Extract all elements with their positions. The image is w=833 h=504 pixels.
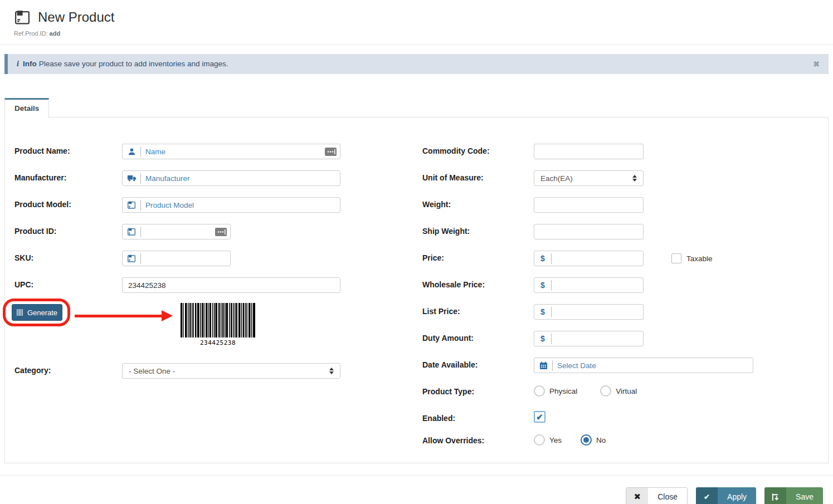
form-left-column: Product Name: Manufacturer: xyxy=(14,144,406,460)
product-name-input[interactable] xyxy=(141,144,325,159)
list-price-label: List Price: xyxy=(422,304,534,316)
field-allow-overrides: Allow Overrides: Yes No xyxy=(422,433,828,449)
manufacturer-input[interactable] xyxy=(141,171,340,185)
price-label: Price: xyxy=(422,251,534,262)
field-unit-of-measure: Unit of Measure: Each(EA) xyxy=(422,170,828,186)
box-icon xyxy=(123,251,140,266)
category-select[interactable]: - Select One - xyxy=(122,363,340,379)
generate-button-label: Generate xyxy=(27,309,57,317)
barcode-number: 234425238 xyxy=(181,339,255,346)
truck-icon xyxy=(123,171,140,185)
manufacturer-label: Manufacturer: xyxy=(14,170,122,182)
red-arrow-head xyxy=(162,310,173,321)
select-arrows-icon xyxy=(632,175,637,182)
date-available-group xyxy=(534,358,753,373)
physical-radio[interactable] xyxy=(534,385,545,397)
product-id-group xyxy=(122,224,231,239)
unit-of-measure-label: Unit of Measure: xyxy=(422,170,534,182)
generate-barcode-row: Generate 234425238 xyxy=(14,304,406,346)
field-product-type: Product Type: Physical Virtual xyxy=(422,384,828,400)
close-button[interactable]: ✖ Close xyxy=(626,487,688,504)
taxable-checkbox[interactable] xyxy=(671,253,681,263)
commodity-code-input[interactable] xyxy=(534,144,644,159)
field-weight: Weight: xyxy=(422,197,828,213)
field-date-available: Date Available: xyxy=(422,358,828,373)
field-category: Category: - Select One - xyxy=(14,363,406,379)
upc-input[interactable] xyxy=(122,277,340,293)
product-box-icon xyxy=(14,9,31,26)
wholesale-price-label: Wholesale Price: xyxy=(422,277,534,289)
header-divider xyxy=(0,45,833,45)
close-button-label: Close xyxy=(648,488,687,504)
field-product-id: Product ID: xyxy=(14,224,406,239)
product-id-label: Product ID: xyxy=(14,224,122,236)
page-header: New Product Ref.Prod.ID: add xyxy=(0,0,833,37)
field-wholesale-price: Wholesale Price: $ xyxy=(422,277,828,293)
enabled-checkbox[interactable]: ✔ xyxy=(534,411,545,423)
date-available-input[interactable] xyxy=(553,358,753,373)
field-commodity-code: Commodity Code: xyxy=(422,144,828,159)
unit-of-measure-selected-value: Each(EA) xyxy=(540,174,573,183)
input-mask-icon[interactable] xyxy=(325,148,337,156)
duty-amount-input[interactable] xyxy=(552,331,643,346)
virtual-radio[interactable] xyxy=(600,385,611,397)
form-right-column: Commodity Code: Unit of Measure: Each(EA… xyxy=(406,144,828,460)
info-close-icon[interactable]: ✖ xyxy=(813,60,820,68)
tab-details[interactable]: Details xyxy=(4,98,49,118)
info-alert: iInfoPlease save your product to add inv… xyxy=(4,54,829,74)
no-radio[interactable] xyxy=(581,434,592,446)
save-button-label: Save xyxy=(786,487,823,504)
price-input[interactable] xyxy=(552,251,643,266)
barcode-image: 234425238 xyxy=(181,303,255,346)
apply-button[interactable]: ✔ Apply xyxy=(696,487,756,504)
barcode-icon xyxy=(17,309,24,316)
field-product-name: Product Name: xyxy=(14,144,406,159)
generate-button[interactable]: Generate xyxy=(12,304,62,321)
product-type-option-virtual: Virtual xyxy=(600,385,637,397)
list-price-input[interactable] xyxy=(552,305,643,319)
virtual-label: Virtual xyxy=(616,387,637,395)
field-ship-weight: Ship Weight: xyxy=(422,224,828,239)
sku-input[interactable] xyxy=(141,251,230,266)
field-duty-amount: Duty Amount: $ xyxy=(422,331,828,346)
dollar-icon: $ xyxy=(534,307,551,316)
upc-label: UPC: xyxy=(14,277,122,289)
page-title: New Product xyxy=(38,9,114,25)
yes-radio[interactable] xyxy=(534,434,545,446)
sku-group xyxy=(122,251,231,266)
yes-label: Yes xyxy=(549,436,562,444)
ship-weight-input[interactable] xyxy=(534,224,644,239)
info-message: iInfoPlease save your product to add inv… xyxy=(17,60,813,68)
product-model-label: Product Model: xyxy=(14,197,122,209)
product-type-option-physical: Physical xyxy=(534,385,577,397)
category-label: Category: xyxy=(14,363,122,375)
apply-button-label: Apply xyxy=(718,487,756,504)
wholesale-price-input[interactable] xyxy=(552,278,643,292)
taxable-option: Taxable xyxy=(671,251,713,263)
unit-of-measure-select[interactable]: Each(EA) xyxy=(534,170,644,186)
red-arrow-line xyxy=(75,315,163,317)
input-mask-icon[interactable] xyxy=(215,228,227,236)
product-model-input[interactable] xyxy=(141,198,340,212)
product-name-group xyxy=(122,144,340,159)
calendar-icon xyxy=(534,358,552,373)
field-product-model: Product Model: xyxy=(14,197,406,213)
save-icon xyxy=(764,487,786,504)
allow-overrides-option-no: No xyxy=(581,434,606,446)
dollar-icon: $ xyxy=(534,254,551,263)
enabled-label: Enabled: xyxy=(422,411,534,423)
save-button[interactable]: Save xyxy=(764,487,823,504)
field-price: Price: $ Taxable xyxy=(422,251,828,266)
box-icon xyxy=(123,224,140,239)
user-icon xyxy=(123,144,140,159)
taxable-label: Taxable xyxy=(686,255,713,263)
weight-input[interactable] xyxy=(534,197,644,213)
field-manufacturer: Manufacturer: xyxy=(14,170,406,186)
manufacturer-group xyxy=(122,170,340,186)
product-id-input[interactable] xyxy=(141,224,215,239)
box-icon xyxy=(123,198,140,212)
price-group: $ xyxy=(534,251,644,266)
duty-amount-group: $ xyxy=(534,331,644,346)
ship-weight-label: Ship Weight: xyxy=(422,224,534,236)
check-icon: ✔ xyxy=(696,487,718,504)
